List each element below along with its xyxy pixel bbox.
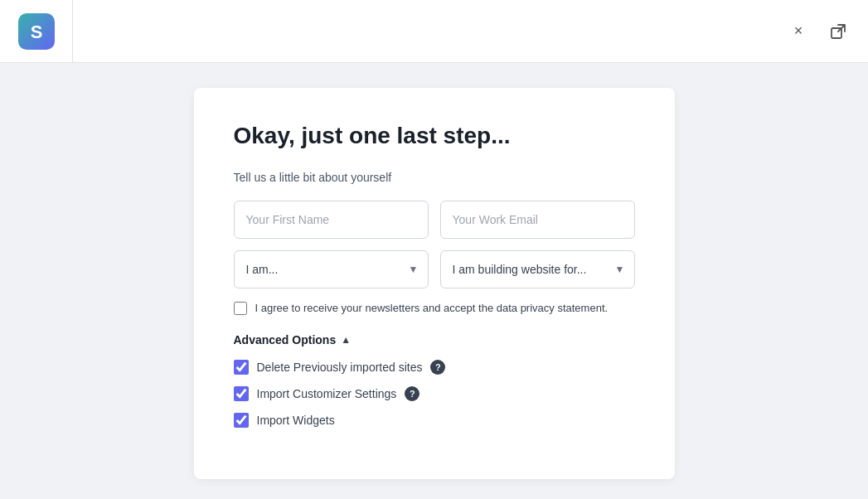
- first-name-input[interactable]: [234, 201, 429, 239]
- advanced-options-label: Advanced Options: [234, 333, 337, 346]
- card-title: Okay, just one last step...: [234, 121, 635, 151]
- import-customizer-checkbox[interactable]: [234, 386, 249, 401]
- form-subtitle: Tell us a little bit about yourself: [234, 171, 635, 184]
- work-email-input[interactable]: [440, 201, 635, 239]
- external-link-icon: [830, 23, 846, 40]
- delete-sites-label: Delete Previously imported sites: [257, 361, 423, 374]
- close-button[interactable]: ×: [785, 18, 812, 45]
- newsletter-checkbox[interactable]: [234, 302, 247, 315]
- role-select[interactable]: I am... Developer Designer Business Owne…: [234, 250, 429, 288]
- import-customizer-row: Import Customizer Settings ?: [234, 386, 635, 401]
- import-customizer-label: Import Customizer Settings: [257, 387, 397, 400]
- external-link-button[interactable]: [825, 18, 851, 45]
- name-email-row: [234, 201, 635, 239]
- role-select-wrapper: I am... Developer Designer Business Owne…: [234, 250, 429, 288]
- import-widgets-row: Import Widgets: [234, 413, 635, 428]
- building-select-wrapper: I am building website for... Personal Bu…: [440, 250, 635, 288]
- role-building-row: I am... Developer Designer Business Owne…: [234, 250, 635, 288]
- delete-sites-help-icon[interactable]: ?: [430, 360, 445, 375]
- topbar: S ×: [0, 0, 868, 63]
- app-logo: S: [18, 13, 55, 50]
- svg-text:S: S: [30, 22, 42, 42]
- form-card: Okay, just one last step... Tell us a li…: [194, 88, 675, 479]
- delete-sites-checkbox[interactable]: [234, 360, 249, 375]
- building-select[interactable]: I am building website for... Personal Bu…: [440, 250, 635, 288]
- logo-area: S: [0, 0, 73, 62]
- import-customizer-help-icon[interactable]: ?: [405, 386, 419, 401]
- newsletter-row: I agree to receive your newsletters and …: [234, 300, 635, 317]
- import-widgets-checkbox[interactable]: [234, 413, 249, 428]
- delete-sites-row: Delete Previously imported sites ?: [234, 360, 635, 375]
- newsletter-label: I agree to receive your newsletters and …: [255, 300, 609, 317]
- topbar-right: ×: [73, 18, 868, 45]
- main-content: Okay, just one last step... Tell us a li…: [0, 63, 868, 499]
- advanced-options-chevron-icon: ▲: [341, 334, 351, 346]
- advanced-options-toggle[interactable]: Advanced Options ▲: [234, 333, 635, 346]
- import-widgets-label: Import Widgets: [257, 414, 335, 427]
